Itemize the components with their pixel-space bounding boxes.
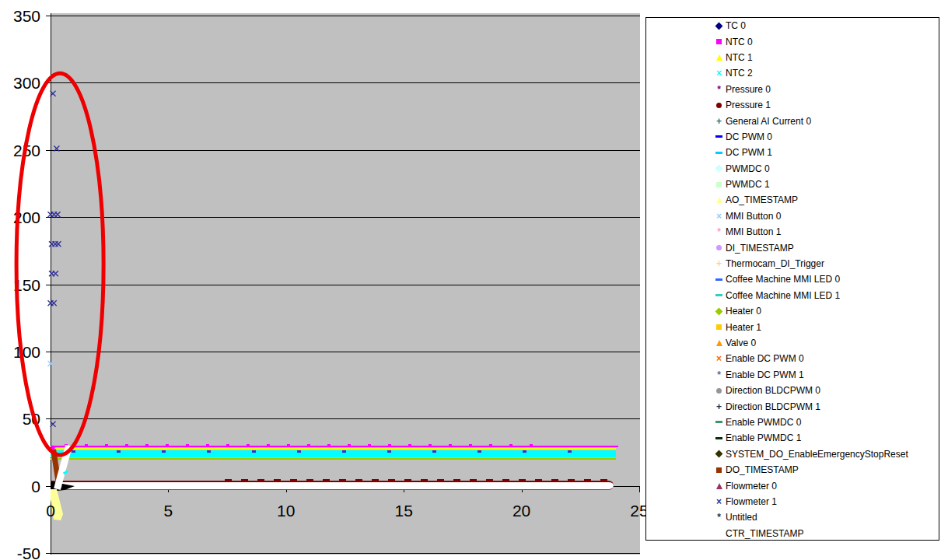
legend-marker-none-icon	[715, 529, 723, 538]
series-point-x	[51, 422, 56, 427]
marker-shape	[715, 421, 722, 423]
legend-marker-square-icon	[715, 465, 723, 474]
legend-label: NTC 1	[726, 52, 753, 63]
legend-item[interactable]: Heater 1	[646, 319, 939, 334]
marker-shape: +	[716, 260, 722, 268]
legend-label: Untitled	[726, 512, 757, 523]
legend-item[interactable]: DI_TIMESTAMP	[646, 240, 939, 255]
legend-item[interactable]: PWMDC 1	[646, 177, 939, 192]
legend-label: Pressure 1	[726, 100, 771, 110]
legend-marker-x-icon: ×	[715, 497, 723, 506]
marker-shape	[716, 54, 722, 61]
legend-label: Enable PWMDC 1	[726, 432, 801, 443]
legend-label: Coffee Machine MMI LED 0	[726, 274, 840, 285]
legend-label: DC PWM 0	[726, 131, 772, 142]
legend-label: SYSTEM_DO_EnableEmergencyStopReset	[726, 449, 908, 460]
legend-item[interactable]: *MMI Button 1	[646, 224, 939, 240]
legend-label: Pressure 0	[726, 84, 771, 95]
marker-shape: +	[716, 117, 722, 125]
legend-item[interactable]: Coffee Machine MMI LED 0	[646, 271, 939, 287]
marker-shape	[715, 135, 722, 138]
legend-marker-x-icon: ×	[715, 68, 723, 78]
marker-shape	[716, 388, 722, 394]
legend-marker-circle-icon	[715, 100, 723, 110]
legend-marker-diamond-icon	[715, 21, 723, 30]
marker-shape	[715, 165, 723, 173]
legend-marker-asterisk-icon: *	[715, 227, 723, 236]
legend[interactable]: TC 0NTC 0NTC 1×NTC 2*Pressure 0Pressure …	[645, 17, 939, 541]
legend-marker-circle-icon	[715, 243, 723, 253]
legend-marker-dash-icon	[715, 418, 723, 427]
legend-item[interactable]: ×Enable DC PWM 0	[646, 351, 939, 366]
legend-item[interactable]: Flowmeter 0	[646, 478, 939, 493]
marker-shape	[715, 450, 723, 458]
legend-item[interactable]: DO_TIMESTAMP	[646, 462, 939, 478]
marker-shape: *	[717, 513, 721, 521]
legend-label: DI_TIMESTAMP	[726, 243, 794, 254]
legend-marker-triangle-icon	[715, 338, 723, 348]
legend-item[interactable]: NTC 1	[646, 50, 939, 65]
marker-shape: ×	[716, 498, 722, 506]
legend-item[interactable]: ×MMI Button 0	[646, 208, 939, 224]
legend-item[interactable]: DC PWM 1	[646, 145, 939, 160]
legend-marker-dash-icon	[715, 433, 723, 443]
legend-marker-plus-icon: +	[715, 402, 723, 411]
legend-item[interactable]: Pressure 1	[646, 97, 939, 113]
legend-item[interactable]: +Direction BLDCPWM 1	[646, 398, 939, 414]
legend-label: PWMDC 0	[726, 163, 770, 174]
marker-shape: ×	[716, 69, 722, 77]
legend-item[interactable]: Valve 0	[646, 335, 939, 351]
legend-marker-diamond-icon	[715, 450, 723, 459]
legend-item[interactable]: Direction BLDCPWM 0	[646, 383, 939, 398]
legend-item[interactable]: Heater 0	[646, 303, 939, 319]
legend-item[interactable]: TC 0	[646, 18, 939, 33]
marker-shape: +	[716, 403, 722, 411]
marker-shape: ×	[716, 212, 722, 220]
legend-item[interactable]: *Untitled	[646, 509, 939, 525]
marker-shape	[716, 182, 722, 187]
legend-item[interactable]: PWMDC 0	[646, 161, 939, 177]
legend-label: NTC 0	[726, 37, 753, 47]
marker-shape	[715, 22, 723, 30]
marker-shape	[716, 483, 722, 489]
legend-label: Enable PWMDC 0	[726, 417, 801, 428]
legend-item[interactable]: Enable PWMDC 1	[646, 430, 939, 446]
series-point-x	[51, 300, 57, 306]
legend-marker-asterisk-icon: *	[715, 85, 723, 94]
legend-item[interactable]: *Pressure 0	[646, 82, 939, 97]
legend-label: AO_TIMESTAMP	[726, 194, 798, 205]
legend-item[interactable]: NTC 0	[646, 33, 939, 49]
marker-shape: ×	[716, 355, 722, 362]
legend-marker-dash-icon	[715, 291, 723, 300]
marker-shape	[715, 278, 722, 281]
legend-item[interactable]: +General AI Current 0	[646, 113, 939, 128]
marker-shape	[715, 294, 722, 296]
legend-marker-diamond-icon	[715, 306, 723, 316]
legend-item[interactable]: Coffee Machine MMI LED 1	[646, 288, 939, 303]
marker-shape: *	[717, 86, 721, 93]
legend-item[interactable]: +Thermocam_DI_Trigger	[646, 256, 939, 271]
marker-shape: *	[717, 371, 721, 379]
legend-label: Heater 0	[726, 306, 761, 317]
legend-item[interactable]: CTR_TIMESTAMP	[646, 526, 939, 541]
series-point-x	[48, 361, 54, 366]
marker-shape	[716, 245, 722, 250]
legend-item[interactable]: ×NTC 2	[646, 65, 939, 81]
series-point-x	[55, 241, 61, 247]
legend-item[interactable]: *Enable DC PWM 1	[646, 367, 939, 383]
highlight-ellipse-annotation	[16, 73, 103, 455]
marker-shape	[715, 152, 722, 154]
legend-item[interactable]: SYSTEM_DO_EnableEmergencyStopReset	[646, 446, 939, 462]
legend-label: DO_TIMESTAMP	[726, 464, 799, 475]
legend-item[interactable]: DC PWM 0	[646, 129, 939, 145]
marker-shape	[715, 307, 723, 315]
legend-item[interactable]: Enable PWMDC 0	[646, 415, 939, 430]
legend-marker-triangle-icon	[715, 53, 723, 62]
legend-label: PWMDC 1	[726, 179, 770, 190]
legend-label: Direction BLDCPWM 0	[726, 385, 820, 396]
marker-shape	[716, 103, 722, 108]
legend-label: NTC 2	[726, 68, 753, 79]
legend-label: Heater 1	[726, 322, 761, 333]
legend-item[interactable]: AO_TIMESTAMP	[646, 192, 939, 208]
legend-item[interactable]: ×Flowmeter 1	[646, 494, 939, 509]
